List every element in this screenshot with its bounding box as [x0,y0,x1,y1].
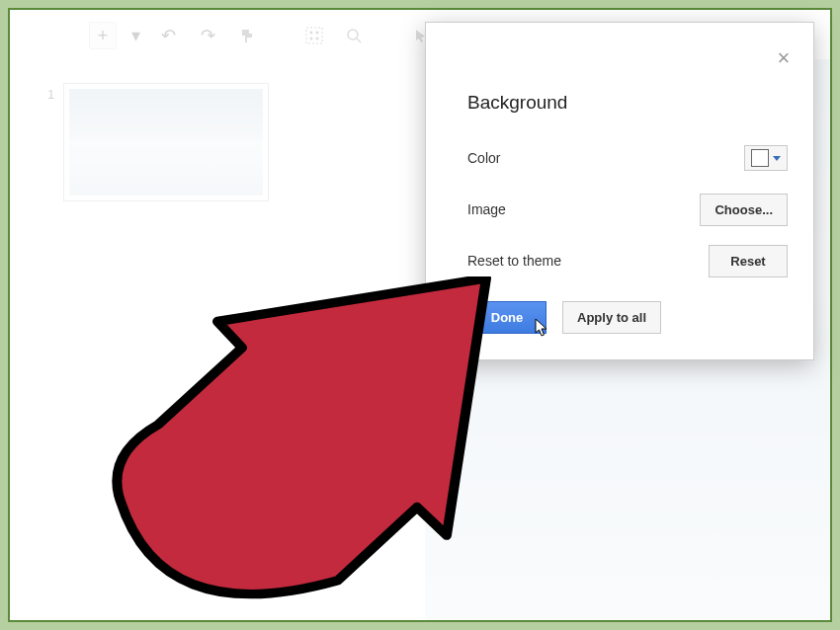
color-row: Color [467,141,788,175]
image-label: Image [467,201,506,217]
image-row: Image Choose... [467,193,788,226]
slide-number: 1 [47,87,54,102]
choose-image-button[interactable]: Choose... [700,194,788,226]
reset-row: Reset to theme Reset [467,244,788,277]
undo-button[interactable]: ↶ [154,22,182,49]
svg-point-2 [316,32,319,35]
slide-thumbnail-panel: 1 [10,59,306,620]
slide-thumbnail-image [69,89,263,196]
paint-format-button[interactable] [233,22,261,49]
svg-rect-0 [306,28,322,43]
svg-point-4 [316,38,319,40]
color-label: Color [467,150,500,166]
zoom-button[interactable] [340,22,368,49]
svg-point-3 [310,38,313,40]
new-slide-button[interactable]: + [89,22,117,49]
close-icon[interactable]: × [772,46,796,70]
reset-label: Reset to theme [467,253,561,269]
done-button-label: Done [491,310,524,325]
svg-point-1 [310,32,313,35]
svg-point-5 [348,30,358,39]
apply-to-all-button[interactable]: Apply to all [562,301,661,334]
cursor-icon [534,318,551,341]
zoom-fit-button[interactable] [300,22,328,49]
color-picker[interactable] [744,145,788,171]
dialog-button-row: Done Apply to all [467,301,788,334]
color-swatch [751,149,769,167]
slide-thumbnail[interactable] [63,83,269,201]
reset-button[interactable]: Reset [709,245,788,277]
new-slide-dropdown[interactable]: ▾ [128,22,142,49]
dialog-title: Background [467,92,788,114]
background-dialog: × Background Color Image Choose... Reset… [425,22,814,360]
done-button[interactable]: Done [467,301,546,334]
svg-line-6 [357,39,361,42]
redo-button[interactable]: ↷ [194,22,221,49]
chevron-down-icon [773,156,781,161]
